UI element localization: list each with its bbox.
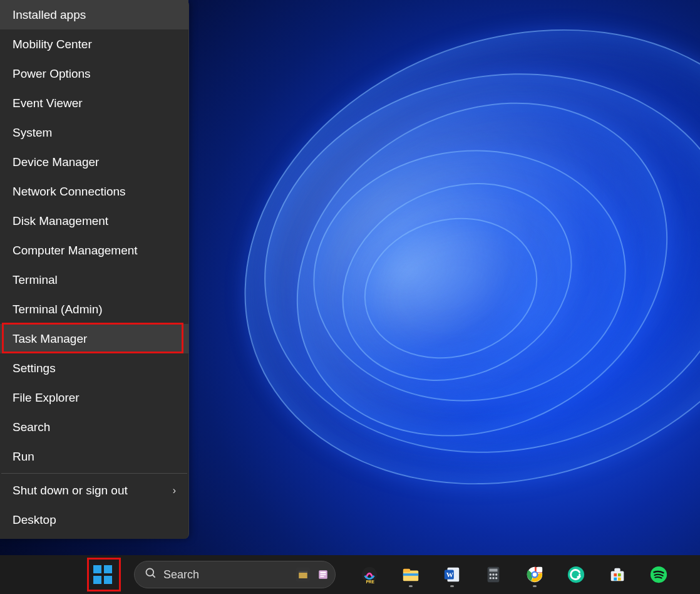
menu-item-label: Run [13,450,34,464]
svg-rect-32 [618,573,621,576]
menu-item-file-explorer[interactable]: File Explorer [0,383,188,412]
running-indicator [450,585,454,587]
windows-logo-icon [93,565,112,584]
menu-item-label: File Explorer [13,391,80,405]
menu-item-label: Event Viewer [13,96,83,110]
svg-text:PRE: PRE [366,580,374,584]
menu-item-computer-management[interactable]: Computer Management [0,236,188,265]
menu-item-label: Settings [13,362,56,375]
svg-rect-11 [403,569,410,573]
grammarly-icon [567,565,585,584]
menu-item-terminal[interactable]: Terminal [0,265,188,294]
menu-item-terminal-admin-[interactable]: Terminal (Admin) [0,294,188,324]
menu-item-label: Power Options [13,67,91,81]
menu-item-desktop[interactable]: Desktop [0,505,188,534]
taskbar-app-grammarly[interactable] [562,561,590,588]
svg-rect-31 [614,573,617,576]
menu-item-settings[interactable]: Settings [0,353,188,383]
svg-point-19 [492,573,494,575]
svg-rect-6 [321,574,326,575]
running-indicator [533,585,537,587]
calculator-icon [484,565,503,584]
start-button[interactable] [88,561,118,588]
menu-item-search[interactable]: Search [0,412,188,442]
taskbar-app-spotify[interactable] [645,561,672,588]
menu-item-mobility-center[interactable]: Mobility Center [0,29,188,59]
svg-point-20 [495,573,497,575]
menu-item-label: Terminal [13,273,58,287]
svg-rect-33 [614,578,617,581]
menu-item-event-viewer[interactable]: Event Viewer [0,88,188,118]
taskbar-app-copilot[interactable]: PRE [356,561,383,588]
menu-item-label: Disk Management [13,214,108,228]
chrome-icon [525,565,544,584]
svg-rect-34 [618,578,621,581]
svg-rect-7 [321,576,324,577]
word-icon: W [443,565,461,584]
svg-line-1 [153,575,155,578]
svg-point-26 [533,573,537,577]
chevron-right-icon: › [173,485,176,496]
taskbar-app-chrome[interactable] [521,561,548,588]
running-indicator [409,585,413,587]
svg-text:W: W [446,571,454,578]
menu-item-label: Installed apps [13,8,86,22]
svg-point-23 [495,577,497,579]
power-user-menu: Installed appsMobility CenterPower Optio… [0,0,189,539]
taskbar-app-file-explorer[interactable] [397,561,425,588]
svg-rect-29 [611,571,624,581]
menu-item-label: Search [13,420,50,434]
menu-item-label: Shut down or sign out [13,484,128,498]
svg-rect-12 [403,573,418,576]
svg-rect-5 [321,572,326,573]
menu-item-shut-down-or-sign-out[interactable]: Shut down or sign out› [0,476,188,505]
menu-item-power-options[interactable]: Power Options [0,59,188,88]
menu-item-system[interactable]: System [0,118,188,147]
svg-point-21 [490,577,492,579]
svg-rect-2 [299,573,307,578]
menu-item-label: Desktop [13,513,56,527]
taskbar-app-word[interactable]: W [438,561,466,588]
menu-item-label: Computer Management [13,244,138,258]
search-label: Search [163,568,290,581]
taskbar-app-calculator[interactable] [480,561,507,588]
menu-item-device-manager[interactable]: Device Manager [0,147,188,177]
menu-item-network-connections[interactable]: Network Connections [0,177,188,206]
clapper-icon[interactable] [296,568,310,581]
menu-item-label: System [13,126,52,140]
microsoft-store-icon [608,565,627,584]
svg-rect-30 [614,568,620,572]
svg-point-0 [147,569,154,576]
search-icon [145,567,157,582]
menu-item-label: Network Connections [13,185,126,199]
svg-rect-3 [299,571,307,573]
svg-rect-27 [537,567,542,572]
svg-point-18 [490,573,492,575]
menu-item-label: Device Manager [13,155,99,169]
spotify-icon [649,565,668,584]
menu-item-installed-apps[interactable]: Installed apps [0,0,188,29]
svg-point-22 [492,577,494,579]
taskbar: Search PREW [0,555,700,594]
svg-rect-17 [489,569,497,572]
menu-item-label: Task Manager [13,332,87,346]
file-explorer-icon [401,565,420,584]
taskbar-app-microsoft-store[interactable] [604,561,631,588]
menu-item-run[interactable]: Run [0,442,188,471]
menu-item-label: Mobility Center [13,38,92,51]
menu-item-label: Terminal (Admin) [13,303,103,316]
menu-item-disk-management[interactable]: Disk Management [0,206,188,236]
menu-item-task-manager[interactable]: Task Manager [0,324,188,353]
copilot-icon: PRE [360,565,379,584]
news-icon[interactable] [316,568,330,581]
taskbar-search[interactable]: Search [134,561,336,588]
